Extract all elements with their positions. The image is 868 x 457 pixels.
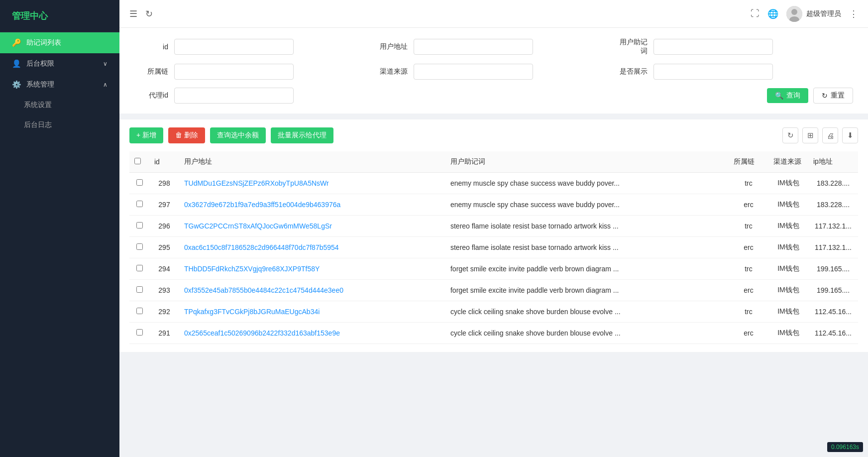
row-checkbox[interactable] [136, 286, 143, 293]
sidebar-item-backend-log[interactable]: 后台日志 [0, 115, 119, 135]
row-user-address[interactable]: 0x2565ceaf1c50269096b2422f332d163abf153e… [179, 323, 445, 344]
row-channel-source: IM钱包 [768, 323, 808, 344]
filter-row-1: id 用户地址 用户助记词 [134, 38, 853, 56]
add-button[interactable]: + 新增 [129, 127, 163, 143]
row-checkbox[interactable] [136, 243, 143, 250]
col-user-address: 用户地址 [179, 151, 445, 173]
sidebar-item-system-settings[interactable]: 系统设置 [0, 95, 119, 115]
row-ip-address: 199.165.... [808, 280, 858, 301]
batch-show-button[interactable]: 批量展示给代理 [271, 127, 333, 143]
filter-field-id: id [134, 39, 374, 55]
refresh-table-icon[interactable]: ↻ [782, 127, 798, 143]
table-toolbar: + 新增 🗑 删除 查询选中余额 批量展示给代理 ↻ ⊞ 🖨 ⬇ [129, 127, 858, 143]
row-channel-source: IM钱包 [768, 194, 808, 216]
row-checkbox[interactable] [136, 265, 143, 271]
menu-toggle-icon[interactable]: ☰ [129, 8, 137, 19]
user-info[interactable]: 超级管理员 [786, 6, 841, 22]
filter-label-chain: 所属链 [134, 67, 174, 76]
filter-input-channel-source[interactable] [414, 64, 533, 80]
reset-button[interactable]: ↻ 重置 [813, 88, 853, 104]
search-button[interactable]: 🔍 查询 [767, 88, 808, 103]
header: ☰ ↻ ⛶ 🌐 超级管理员 ⋮ [119, 0, 868, 28]
filter-input-is-show[interactable] [653, 64, 773, 80]
username: 超级管理员 [806, 9, 841, 18]
col-checkbox [129, 151, 149, 173]
col-ip-address: ip地址 [808, 151, 858, 173]
toolbar-right: ↻ ⊞ 🖨 ⬇ [782, 127, 858, 143]
filter-label-is-show: 是否展示 [614, 67, 653, 76]
row-id: 293 [149, 280, 179, 301]
sidebar-item-backend-perms[interactable]: 👤 后台权限 ∨ [0, 53, 119, 74]
table-row: 291 0x2565ceaf1c50269096b2422f332d163abf… [129, 323, 858, 344]
filter-input-agent-id[interactable] [174, 88, 294, 104]
row-chain: trc [729, 301, 768, 323]
row-id: 292 [149, 301, 179, 323]
filter-input-id[interactable] [174, 39, 294, 55]
filter-field-user-address: 用户地址 [374, 39, 613, 55]
row-user-address[interactable]: 0x3627d9e672b1f9a7ed9a3ff51e004de9b46397… [179, 194, 445, 216]
row-user-address[interactable]: 0xac6c150c8f7186528c2d966448f70dc7f87b59… [179, 237, 445, 258]
filter-actions: 🔍 查询 ↻ 重置 [767, 88, 853, 104]
row-user-address[interactable]: TGwGC2PCCrnST8xAfQJocGw6mMWe58LgSr [179, 216, 445, 237]
row-checkbox[interactable] [136, 201, 143, 207]
row-id: 298 [149, 173, 179, 194]
filter-row-3: 代理id 🔍 查询 ↻ 重置 [134, 88, 853, 104]
row-user-address[interactable]: 0xf3552e45ab7855b0e4484c22c1c4754d444e3e… [179, 280, 445, 301]
table-row: 298 TUdMDu1GEzsNSjZEPz6RXobyTpU8A5NsWr e… [129, 173, 858, 194]
filter-input-chain[interactable] [174, 64, 294, 80]
row-id: 291 [149, 323, 179, 344]
export-icon[interactable]: ⬇ [842, 127, 858, 143]
row-checkbox-cell [129, 323, 149, 344]
fullscreen-icon[interactable]: ⛶ [751, 8, 760, 19]
row-checkbox-cell [129, 194, 149, 216]
sidebar-subitem-label: 系统设置 [24, 101, 52, 110]
filter-field-is-show: 是否展示 [614, 64, 853, 80]
delete-button[interactable]: 🗑 删除 [168, 127, 205, 143]
col-user-mnemonic: 用户助记词 [445, 151, 729, 173]
col-chain: 所属链 [729, 151, 768, 173]
row-user-address[interactable]: TPqkafxg3FTvCGkPj8bJGRuMaEUgcAb34i [179, 301, 445, 323]
row-checkbox[interactable] [136, 222, 143, 228]
row-ip-address: 117.132.1... [808, 237, 858, 258]
header-right: ⛶ 🌐 超级管理员 ⋮ [751, 6, 858, 22]
chevron-down-icon: ∨ [103, 60, 108, 67]
row-checkbox-cell [129, 173, 149, 194]
row-checkbox[interactable] [136, 329, 143, 336]
backend-perms-icon: 👤 [12, 59, 21, 68]
sidebar-item-system-mgmt[interactable]: ⚙️ 系统管理 ∧ [0, 74, 119, 95]
select-all-checkbox[interactable] [134, 158, 141, 164]
main-content: ☰ ↻ ⛶ 🌐 超级管理员 ⋮ [119, 0, 868, 457]
filter-input-user-mnemonic[interactable] [653, 39, 773, 55]
row-user-mnemonic: cycle click ceiling snake shove burden b… [445, 301, 729, 323]
table-row: 294 THbDD5FdRkchZ5XVgjq9re68XJXP9Tf58Y f… [129, 258, 858, 280]
mnemonic-icon: 🔑 [12, 38, 21, 47]
row-checkbox[interactable] [136, 179, 143, 186]
row-checkbox-cell [129, 280, 149, 301]
header-left: ☰ ↻ [129, 8, 153, 19]
row-user-address[interactable]: THbDD5FdRkchZ5XVgjq9re68XJXP9Tf58Y [179, 258, 445, 280]
filter-field-agent-id: 代理id [134, 88, 757, 104]
row-channel-source: IM钱包 [768, 173, 808, 194]
query-balance-button[interactable]: 查询选中余额 [210, 127, 266, 143]
row-chain: trc [729, 216, 768, 237]
refresh-icon[interactable]: ↻ [145, 8, 153, 19]
filter-label-id: id [134, 43, 174, 51]
system-icon: ⚙️ [12, 80, 21, 89]
table-row: 293 0xf3552e45ab7855b0e4484c22c1c4754d44… [129, 280, 858, 301]
row-chain: erc [729, 323, 768, 344]
row-checkbox[interactable] [136, 308, 143, 314]
column-settings-icon[interactable]: ⊞ [802, 127, 818, 143]
print-icon[interactable]: 🖨 [822, 127, 838, 143]
row-ip-address: 112.45.16... [808, 301, 858, 323]
content-area: id 用户地址 用户助记词 所属链 渠道来源 [119, 28, 868, 457]
filter-input-user-address[interactable] [414, 39, 533, 55]
more-icon[interactable]: ⋮ [849, 8, 858, 19]
table-header-row: id 用户地址 用户助记词 所属链 渠道来源 ip地址 [129, 151, 858, 173]
col-id: id [149, 151, 179, 173]
sidebar-item-mnemonic[interactable]: 🔑 助记词列表 [0, 32, 119, 53]
row-chain: trc [729, 258, 768, 280]
row-user-address[interactable]: TUdMDu1GEzsNSjZEPz6RXobyTpU8A5NsWr [179, 173, 445, 194]
row-ip-address: 183.228.... [808, 173, 858, 194]
filter-row-2: 所属链 渠道来源 是否展示 [134, 64, 853, 80]
globe-icon[interactable]: 🌐 [767, 8, 778, 19]
